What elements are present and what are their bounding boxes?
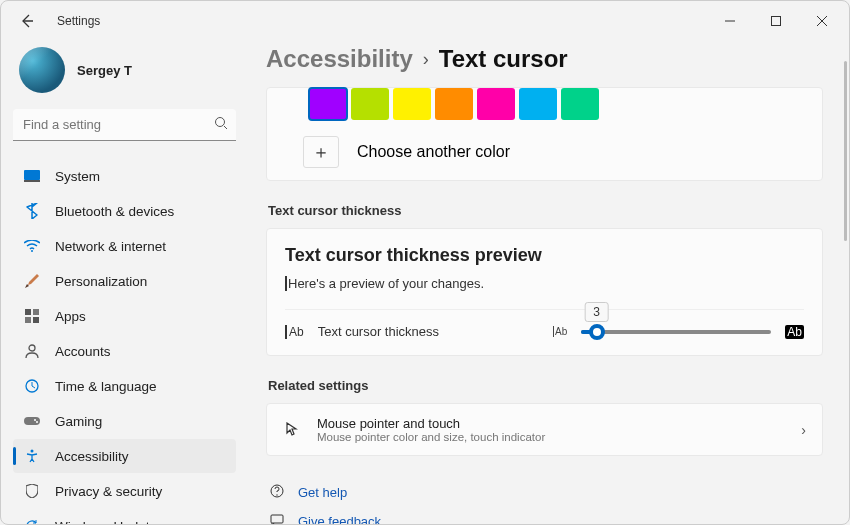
sidebar-item-network[interactable]: Network & internet — [13, 229, 236, 263]
mouse-pointer-card[interactable]: Mouse pointer and touch Mouse pointer co… — [266, 403, 823, 456]
sidebar-item-label: Apps — [55, 309, 86, 324]
slider-max-icon: Ab — [785, 325, 804, 339]
slider-min-icon: Ab — [553, 326, 567, 337]
svg-rect-8 — [33, 317, 39, 323]
wifi-icon — [23, 237, 41, 255]
choose-color-label: Choose another color — [357, 143, 510, 161]
sidebar-item-personalization[interactable]: Personalization — [13, 264, 236, 298]
get-help-link[interactable]: Get help — [266, 478, 823, 507]
thickness-label: Text cursor thickness — [318, 324, 439, 339]
svg-rect-6 — [33, 309, 39, 315]
svg-point-16 — [276, 494, 277, 495]
svg-point-4 — [31, 250, 33, 252]
sidebar-item-label: Accounts — [55, 344, 111, 359]
search-icon — [214, 116, 228, 133]
svg-rect-7 — [25, 317, 31, 323]
sidebar-item-label: Time & language — [55, 379, 157, 394]
update-icon — [23, 517, 41, 525]
mouse-desc: Mouse pointer color and size, touch indi… — [317, 431, 545, 443]
breadcrumb-parent[interactable]: Accessibility — [266, 45, 413, 73]
chevron-right-icon: › — [801, 422, 806, 438]
minimize-icon — [725, 16, 735, 26]
sidebar-item-label: Windows Update — [55, 519, 157, 526]
shield-icon — [23, 482, 41, 500]
sidebar-item-time[interactable]: Time & language — [13, 369, 236, 403]
sidebar-item-label: Accessibility — [55, 449, 129, 464]
sidebar-item-accounts[interactable]: Accounts — [13, 334, 236, 368]
sidebar-item-accessibility[interactable]: Accessibility — [13, 439, 236, 473]
main-content: Accessibility › Text cursor ＋ Choose ano… — [246, 41, 849, 524]
scrollbar[interactable] — [844, 61, 847, 241]
apps-icon — [23, 307, 41, 325]
close-button[interactable] — [799, 6, 845, 36]
clock-icon — [23, 377, 41, 395]
sidebar-item-privacy[interactable]: Privacy & security — [13, 474, 236, 508]
feedback-icon — [268, 513, 286, 524]
svg-rect-2 — [24, 170, 40, 180]
svg-point-1 — [216, 118, 225, 127]
maximize-icon — [771, 16, 781, 26]
sidebar: Sergey T System Bluetooth & devices Netw… — [1, 41, 246, 524]
choose-color-row[interactable]: ＋ Choose another color — [267, 126, 822, 180]
slider-tooltip: 3 — [584, 302, 609, 322]
svg-rect-17 — [271, 515, 283, 523]
user-block[interactable]: Sergey T — [13, 41, 236, 109]
app-title: Settings — [57, 14, 100, 28]
sidebar-item-gaming[interactable]: Gaming — [13, 404, 236, 438]
color-swatches — [267, 88, 822, 126]
color-swatch[interactable] — [477, 88, 515, 120]
close-icon — [817, 16, 827, 26]
color-card: ＋ Choose another color — [266, 87, 823, 181]
maximize-button[interactable] — [753, 6, 799, 36]
svg-rect-5 — [25, 309, 31, 315]
sidebar-item-update[interactable]: Windows Update — [13, 509, 236, 525]
get-help-label: Get help — [298, 485, 347, 500]
feedback-link[interactable]: Give feedback — [266, 507, 823, 524]
slider-thumb[interactable] — [589, 324, 605, 340]
bluetooth-icon — [23, 202, 41, 220]
titlebar: Settings — [1, 1, 849, 41]
svg-point-9 — [29, 345, 35, 351]
preview-text: Here's a preview of your changes. — [285, 276, 804, 291]
sidebar-item-label: Privacy & security — [55, 484, 162, 499]
cursor-ab-icon: Ab — [285, 325, 304, 339]
svg-rect-0 — [772, 17, 781, 26]
arrow-left-icon — [19, 13, 35, 29]
sidebar-item-label: Personalization — [55, 274, 147, 289]
sidebar-item-label: System — [55, 169, 100, 184]
breadcrumb-current: Text cursor — [439, 45, 568, 73]
gamepad-icon — [23, 412, 41, 430]
sidebar-item-apps[interactable]: Apps — [13, 299, 236, 333]
svg-point-13 — [36, 421, 38, 423]
sidebar-item-system[interactable]: System — [13, 159, 236, 193]
svg-point-14 — [31, 450, 34, 453]
minimize-button[interactable] — [707, 6, 753, 36]
thickness-row: Ab Text cursor thickness Ab 3 Ab — [285, 309, 804, 355]
svg-rect-3 — [24, 180, 40, 182]
color-swatch[interactable] — [519, 88, 557, 120]
sidebar-item-bluetooth[interactable]: Bluetooth & devices — [13, 194, 236, 228]
back-button[interactable] — [15, 9, 39, 33]
color-swatch[interactable] — [435, 88, 473, 120]
color-swatch[interactable] — [393, 88, 431, 120]
system-icon — [23, 167, 41, 185]
search-input[interactable] — [13, 109, 236, 141]
svg-rect-11 — [24, 417, 40, 425]
breadcrumb: Accessibility › Text cursor — [266, 41, 823, 87]
user-name: Sergey T — [77, 63, 132, 78]
search-box — [13, 109, 236, 141]
svg-point-12 — [34, 419, 36, 421]
nav-list: System Bluetooth & devices Network & int… — [13, 159, 236, 525]
color-swatch[interactable] — [561, 88, 599, 120]
thickness-slider[interactable]: 3 — [581, 330, 771, 334]
brush-icon — [23, 272, 41, 290]
mouse-title: Mouse pointer and touch — [317, 416, 545, 431]
accessibility-icon — [23, 447, 41, 465]
sidebar-item-label: Network & internet — [55, 239, 166, 254]
thickness-card: Text cursor thickness preview Here's a p… — [266, 228, 823, 356]
color-swatch[interactable] — [309, 88, 347, 120]
feedback-label: Give feedback — [298, 514, 381, 524]
plus-icon: ＋ — [303, 136, 339, 168]
color-swatch[interactable] — [351, 88, 389, 120]
window-controls — [707, 6, 845, 36]
